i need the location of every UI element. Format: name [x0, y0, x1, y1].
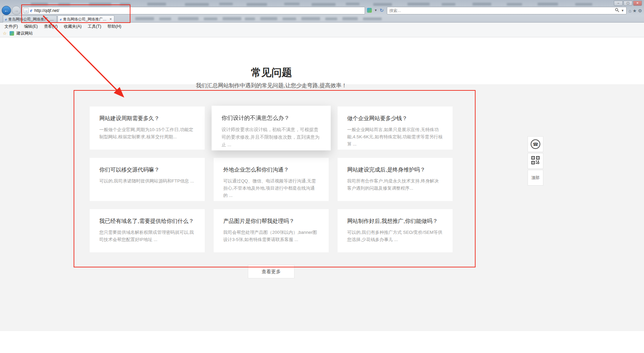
blur-artifact [31, 3, 48, 5]
screen: – ▢ ✕ ← → → e http://qdjf.net/ ▼ ↻ ▼ ⌂ ★… [0, 0, 644, 353]
window-controls: – ▢ ✕ [614, 1, 642, 6]
tools-icon[interactable]: ⚙ [638, 8, 642, 13]
view-more-button[interactable]: 查看更多 [248, 265, 294, 278]
faq-section-title: 常见问题 [0, 66, 543, 80]
browser-tab-1[interactable]: e 青岛网络公司_网络推广_网站... [3, 15, 57, 23]
address-dropdown-icon[interactable]: ▼ [374, 9, 377, 12]
favorites-icon[interactable]: ★ [633, 8, 637, 13]
faq-card-title: 你们设计的不满意怎么办？ [222, 115, 321, 122]
blur-artifact [373, 3, 392, 6]
address-bar-icons: ▼ ↻ [367, 8, 384, 13]
blur-artifact [89, 3, 111, 5]
page-viewport: 常见问题 我们汇总网站制作中遇到的常见问题,让您少走弯路,提高效率！ 网站建设周… [0, 37, 644, 353]
faq-card[interactable]: 做个企业网站要多少钱？ 一般企业网站而言,如果只是展示宣传,无特殊功能,4.5K… [338, 106, 453, 150]
search-input[interactable] [389, 8, 615, 13]
menu-item[interactable]: 文件(F) [1, 23, 21, 30]
suggested-sites-label[interactable]: 建议网站 [16, 30, 33, 36]
faq-card[interactable]: 网站建设完成后,是终身维护吗？ 我司所有合作客户,均是永久技术支持,终身解决客户… [338, 158, 453, 201]
faq-card-title: 外地企业怎么和你们沟通？ [223, 166, 319, 174]
blur-artifact [346, 3, 359, 5]
faq-card[interactable]: 你们可以移交源代码嘛？ 可以的,我司承诺随时提供网站源码和FTP信息 ... [90, 158, 205, 201]
faq-card[interactable]: 网站建设周期需要多久？ 一般做个企业官网,周期为10-15个工作日,功能定制型网… [90, 106, 205, 150]
faq-card-body: 可以的,我司承诺随时提供网站源码和FTP信息 ... [99, 177, 195, 185]
suggested-sites-icon [10, 31, 14, 36]
phone-icon: ☎ [531, 139, 540, 149]
blur-artifact [247, 3, 267, 6]
faq-card-body: 可以的,我们有多种推广方式 SEO/竞价/SEM等供您选择,少花钱多办事儿 ..… [347, 229, 443, 243]
faq-card-title: 你们可以移交源代码嘛？ [99, 166, 195, 174]
blur-artifact [407, 3, 430, 5]
toolbar-right-icons: ⌂ ★ ⚙ [629, 8, 642, 13]
faq-card-body: 您只需要提供域名解析权限或管理密码就可以,我司技术会帮您配置好IP地址 ... [99, 229, 195, 243]
site-plugin-icon[interactable] [367, 8, 372, 13]
blur-artifact [147, 3, 166, 5]
faq-card-title: 网站制作好后,我想推广,你们能做吗？ [347, 218, 443, 225]
search-icon[interactable] [615, 8, 619, 14]
faq-card-title: 产品图片是你们帮我处理吗？ [223, 218, 319, 225]
home-icon[interactable]: ⌂ [629, 8, 631, 13]
blur-artifact [472, 3, 491, 5]
blur-artifact [507, 3, 522, 5]
menu-bar: 文件(F) 编辑(E) 查看(V) 收藏夹(A) 工具(T) 帮助(H) [0, 23, 644, 30]
menu-item[interactable]: 收藏夹(A) [61, 23, 85, 30]
tab-favicon: e [60, 17, 62, 21]
favorites-star-icon[interactable]: ☆ [3, 31, 7, 36]
menu-item[interactable]: 查看(V) [41, 23, 61, 30]
forward-button[interactable]: → [12, 6, 21, 15]
blur-artifact [575, 3, 592, 5]
address-quick-icon[interactable]: → [23, 8, 29, 13]
faq-section-subtitle: 我们汇总网站制作中遇到的常见问题,让您少走弯路,提高效率！ [0, 82, 543, 89]
menu-item[interactable]: 帮助(H) [104, 23, 125, 30]
search-dropdown-icon[interactable]: ▼ [621, 9, 624, 12]
faq-card[interactable]: 网站制作好后,我想推广,你们能做吗？ 可以的,我们有多种推广方式 SEO/竞价/… [338, 209, 453, 252]
blur-artifact [284, 3, 300, 5]
blur-artifact [538, 3, 558, 5]
faq-card-body: 设计师按要求出设计稿，初稿不满意，可根据贵司的要求修改,并且不限制修改次数，直到… [222, 126, 321, 148]
faq-card-body: 我司会帮您处理产品图（200张以内）,banner图设计3-5张,如有特殊需要请… [223, 229, 319, 243]
faq-card-title: 做个企业网站要多少钱？ [347, 115, 443, 122]
faq-card-grid: 网站建设周期需要多久？ 一般做个企业官网,周期为10-15个工作日,功能定制型网… [90, 106, 453, 252]
browser-chrome: – ▢ ✕ ← → → e http://qdjf.net/ ▼ ↻ ▼ ⌂ ★… [0, 0, 644, 23]
faq-card[interactable]: 产品图片是你们帮我处理吗？ 我司会帮您处理产品图（200张以内）,banner图… [214, 209, 329, 252]
faq-card-title: 网站建设周期需要多久？ [99, 115, 195, 122]
faq-card-body: 一般做个企业官网,周期为10-15个工作日,功能定制型网站,根据定制要求,核算交… [99, 126, 195, 140]
faq-card-body: 我司所有合作客户,均是永久技术支持,终身解决客户遇到的问题及修复调整程序... [347, 177, 443, 192]
faq-card[interactable]: 你们设计的不满意怎么办？ 设计师按要求出设计稿，初稿不满意，可根据贵司的要求修改… [212, 106, 331, 150]
tab-bar: e 青岛网络公司_网络推广_网站... e 青岛网络公司_网络推广_网... ✕ [0, 15, 644, 23]
back-to-top-widget[interactable]: 顶部 [528, 170, 543, 186]
ie-favicon: e [30, 8, 32, 13]
faq-card-body: 可以通过QQ、微信、电话视频等进行沟通,无需担心,不管本地及外地,项目进行中都是… [223, 177, 319, 199]
blur-artifact [185, 3, 209, 6]
blur-artifact [442, 3, 455, 5]
close-button[interactable]: ✕ [633, 1, 642, 6]
minimize-button[interactable]: – [614, 1, 623, 6]
faq-card-body: 一般企业网站而言,如果只是展示宣传,无特殊功能,4.5K-6K元,如有特殊定制,… [347, 126, 443, 148]
faq-card[interactable]: 我已经有域名了,需要提供给你们什么？ 您只需要提供域名解析权限或管理密码就可以,… [90, 209, 205, 252]
faq-card[interactable]: 外地企业怎么和你们沟通？ 可以通过QQ、微信、电话视频等进行沟通,无需担心,不管… [214, 158, 329, 201]
search-box: ▼ [387, 7, 627, 14]
tab-label: 青岛网络公司_网络推广_网站... [8, 17, 54, 22]
menu-item[interactable]: 编辑(E) [21, 23, 41, 30]
back-button[interactable]: ← [2, 6, 11, 15]
browser-tab-2[interactable]: e 青岛网络公司_网络推广_网... ✕ [58, 15, 114, 23]
faq-card-title: 网站建设完成后,是终身维护吗？ [347, 166, 443, 174]
tab-label: 青岛网络公司_网络推广_网... [63, 17, 108, 22]
qrcode-widget[interactable] [528, 153, 543, 169]
url-text[interactable]: http://qdjf.net/ [34, 8, 59, 13]
tab-close-icon[interactable]: ✕ [109, 17, 112, 21]
blur-artifact [58, 3, 70, 5]
blur-artifact [219, 3, 233, 5]
refresh-icon[interactable]: ↻ [380, 8, 384, 13]
address-bar[interactable]: → e http://qdjf.net/ [22, 7, 365, 14]
back-to-top-label: 顶部 [531, 175, 540, 181]
favorites-bar: ☆ 建议网站 [0, 30, 644, 37]
menu-item[interactable]: 工具(T) [85, 23, 104, 30]
tab-favicon: e [5, 17, 7, 21]
qrcode-icon [531, 156, 540, 166]
blur-artifact [120, 3, 130, 5]
maximize-button[interactable]: ▢ [623, 1, 632, 6]
faq-card-title: 我已经有域名了,需要提供给你们什么？ [99, 218, 195, 225]
phone-widget[interactable]: ☎ [528, 136, 543, 152]
blur-artifact [312, 3, 336, 6]
floating-toolbar: ☎ 顶部 [528, 136, 543, 186]
